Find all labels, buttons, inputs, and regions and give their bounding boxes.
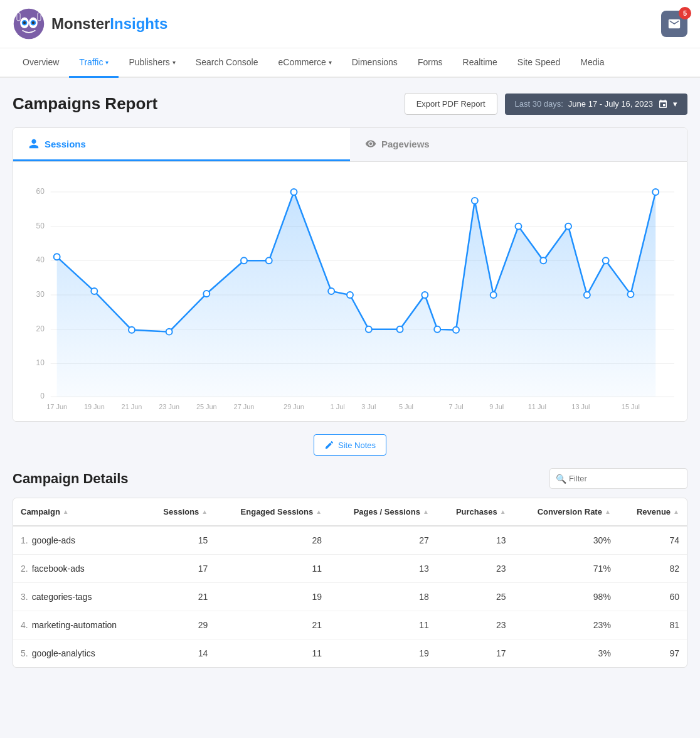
svg-text:27 Jun: 27 Jun: [234, 403, 255, 410]
table-row: 5.google-analytics 14 11 19 17 3% 97: [13, 639, 687, 668]
nav-item-forms[interactable]: Forms: [408, 48, 453, 78]
svg-text:50: 50: [36, 222, 45, 230]
col-revenue: Revenue ▲: [618, 498, 687, 526]
cell-campaign: 2.facebook-ads: [13, 555, 145, 583]
main-nav: Overview Traffic ▾ Publishers ▾ Search C…: [0, 48, 700, 78]
svg-point-33: [347, 292, 353, 298]
cell-campaign: 5.google-analytics: [13, 639, 145, 668]
cell-engaged-sessions: 21: [215, 611, 329, 639]
svg-point-37: [434, 326, 440, 333]
inbox-icon: [667, 17, 681, 31]
nav-item-realtime[interactable]: Realtime: [453, 48, 507, 78]
nav-item-dimensions[interactable]: Dimensions: [342, 48, 408, 78]
col-conversion-rate: Conversion Rate ▲: [514, 498, 618, 526]
cell-pages-sessions: 27: [329, 526, 437, 555]
svg-point-30: [266, 257, 272, 264]
filter-input-wrap: 🔍: [549, 468, 687, 489]
sort-icon: ▲: [63, 508, 69, 515]
sort-icon: ▲: [500, 508, 506, 515]
sessions-chart: 60 50 40 30 20 10 0: [19, 174, 681, 413]
chart-tabs: Sessions Pageviews: [13, 128, 687, 162]
site-notes-label: Site Notes: [338, 441, 376, 450]
cell-pages-sessions: 13: [329, 555, 437, 583]
sort-icon: ▲: [673, 508, 679, 515]
campaign-table: Campaign ▲ Sessions ▲ Engaged Sessions ▲…: [13, 498, 687, 667]
svg-point-36: [422, 292, 428, 298]
calendar-icon: [658, 99, 668, 109]
cell-campaign: 1.google-ads: [13, 526, 145, 555]
svg-text:13 Jul: 13 Jul: [571, 403, 590, 410]
svg-text:23 Jun: 23 Jun: [159, 403, 179, 410]
svg-point-29: [241, 257, 247, 264]
svg-point-27: [166, 329, 172, 335]
svg-marker-23: [57, 192, 656, 397]
svg-point-6: [32, 21, 34, 24]
svg-point-41: [516, 223, 522, 230]
svg-point-45: [603, 257, 609, 264]
svg-text:5 Jul: 5 Jul: [399, 403, 413, 410]
sort-icon: ▲: [316, 508, 322, 515]
sort-icon: ▲: [605, 508, 611, 515]
campaign-table-wrapper: Campaign ▲ Sessions ▲ Engaged Sessions ▲…: [13, 498, 687, 668]
cell-conversion-rate: 30%: [514, 526, 618, 555]
svg-rect-7: [17, 13, 20, 21]
col-campaign: Campaign ▲: [13, 498, 145, 526]
svg-text:9 Jul: 9 Jul: [489, 403, 504, 410]
nav-item-overview[interactable]: Overview: [13, 48, 69, 78]
header: MonsterInsights 5: [0, 0, 700, 48]
cell-sessions: 17: [145, 555, 216, 583]
cell-conversion-rate: 3%: [514, 639, 618, 668]
logo-area: MonsterInsights: [13, 8, 167, 40]
cell-revenue: 74: [618, 526, 687, 555]
notification-button[interactable]: 5: [661, 11, 687, 37]
filter-input[interactable]: [549, 468, 687, 489]
svg-point-5: [23, 21, 26, 24]
chevron-down-icon: ▾: [105, 59, 109, 66]
svg-point-34: [366, 326, 372, 333]
date-range-button[interactable]: Last 30 days: June 17 - July 16, 2023 ▾: [505, 94, 687, 115]
col-engaged-sessions: Engaged Sessions ▲: [215, 498, 329, 526]
cell-sessions: 14: [145, 639, 216, 668]
cell-revenue: 82: [618, 555, 687, 583]
svg-point-40: [491, 292, 497, 298]
col-pages-sessions: Pages / Sessions ▲: [329, 498, 437, 526]
nav-item-search-console[interactable]: Search Console: [186, 48, 268, 78]
table-row: 1.google-ads 15 28 27 13 30% 74: [13, 526, 687, 555]
site-notes-button[interactable]: Site Notes: [314, 434, 386, 456]
cell-sessions: 21: [145, 583, 216, 611]
nav-item-ecommerce[interactable]: eCommerce ▾: [268, 48, 341, 78]
svg-rect-8: [38, 13, 41, 21]
svg-point-26: [129, 327, 135, 333]
page-header: Campaigns Report Export PDF Report Last …: [13, 93, 687, 115]
table-row: 4.marketing-automation 29 21 11 23 23% 8…: [13, 611, 687, 639]
cell-engaged-sessions: 19: [215, 583, 329, 611]
logo-text: MonsterInsights: [51, 15, 167, 33]
page-title: Campaigns Report: [13, 94, 157, 114]
export-pdf-button[interactable]: Export PDF Report: [405, 93, 497, 115]
person-icon: [28, 138, 40, 149]
tab-pageviews-label: Pageviews: [381, 139, 430, 149]
cell-purchases: 23: [437, 611, 514, 639]
cell-sessions: 29: [145, 611, 216, 639]
site-notes-row: Site Notes: [13, 434, 687, 456]
svg-text:11 Jul: 11 Jul: [528, 403, 546, 410]
nav-item-publishers[interactable]: Publishers ▾: [119, 48, 185, 78]
campaign-details-title: Campaign Details: [13, 471, 129, 487]
svg-point-46: [627, 291, 634, 297]
svg-point-32: [328, 288, 334, 294]
page-actions: Export PDF Report Last 30 days: June 17 …: [405, 93, 687, 115]
nav-item-site-speed[interactable]: Site Speed: [507, 48, 571, 78]
cell-campaign: 3.categories-tags: [13, 583, 145, 611]
chart-panel: Sessions Pageviews 60 50 40 30 20 10 0: [13, 127, 687, 422]
nav-item-media[interactable]: Media: [570, 48, 614, 78]
svg-point-42: [540, 257, 546, 264]
tab-sessions[interactable]: Sessions: [13, 128, 350, 161]
sort-icon: ▲: [201, 508, 208, 515]
nav-item-traffic[interactable]: Traffic ▾: [69, 48, 119, 78]
cell-sessions: 15: [145, 526, 216, 555]
cell-purchases: 13: [437, 526, 514, 555]
svg-point-44: [584, 292, 590, 298]
eye-icon: [365, 138, 376, 149]
tab-pageviews[interactable]: Pageviews: [350, 128, 687, 161]
svg-text:40: 40: [36, 255, 45, 264]
